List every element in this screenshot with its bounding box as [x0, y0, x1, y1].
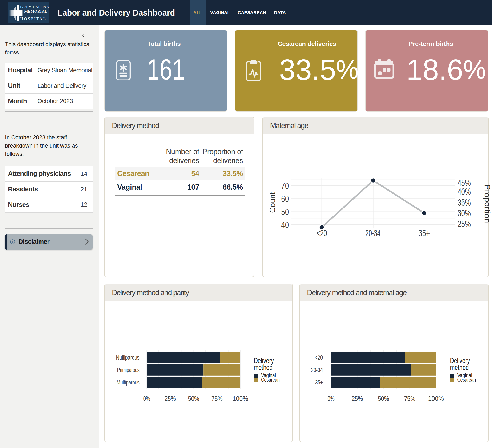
svg-text:i: i: [12, 240, 13, 244]
svg-text:MEMORIAL: MEMORIAL: [24, 9, 47, 14]
svg-text:75%: 75%: [404, 395, 416, 402]
svg-text:25%: 25%: [458, 219, 471, 229]
svg-text:0%: 0%: [328, 395, 334, 402]
svg-text:50: 50: [281, 207, 289, 217]
svg-text:<20: <20: [315, 354, 323, 361]
svg-text:35+: 35+: [315, 379, 323, 386]
svg-text:Nulliparous: Nulliparous: [116, 354, 140, 361]
svg-text:HOSPITAL: HOSPITAL: [20, 17, 47, 21]
svg-text:20-34: 20-34: [366, 228, 381, 238]
svg-text:35+: 35+: [419, 228, 430, 238]
svg-text:Cesarean: Cesarean: [457, 377, 476, 383]
svg-text:100%: 100%: [233, 395, 248, 402]
svg-text:method: method: [450, 363, 469, 371]
svg-text:0%: 0%: [143, 395, 150, 402]
svg-text:25%: 25%: [352, 395, 363, 402]
svg-text:45%: 45%: [458, 178, 471, 188]
svg-text:75%: 75%: [211, 395, 223, 402]
svg-text:35%: 35%: [458, 197, 471, 208]
svg-text:method: method: [254, 363, 273, 371]
svg-text:GREY + SLOAN: GREY + SLOAN: [20, 5, 49, 9]
svg-text:Count: Count: [268, 192, 277, 213]
svg-text:100%: 100%: [428, 395, 444, 402]
svg-text:40%: 40%: [458, 187, 471, 197]
svg-text:Primiparous: Primiparous: [117, 366, 140, 373]
svg-text:50%: 50%: [378, 395, 389, 402]
svg-text:Proportion: Proportion: [483, 184, 492, 223]
svg-text:Cesarean: Cesarean: [261, 377, 280, 383]
svg-text:60: 60: [281, 194, 289, 204]
svg-text:50%: 50%: [188, 395, 199, 402]
svg-text:<20: <20: [317, 228, 327, 238]
svg-text:25%: 25%: [164, 395, 176, 402]
svg-text:40: 40: [281, 220, 289, 230]
svg-text:20-34: 20-34: [311, 366, 323, 373]
svg-text:30%: 30%: [458, 208, 471, 218]
svg-text:Multiparous: Multiparous: [117, 379, 140, 386]
svg-text:70: 70: [281, 181, 289, 191]
